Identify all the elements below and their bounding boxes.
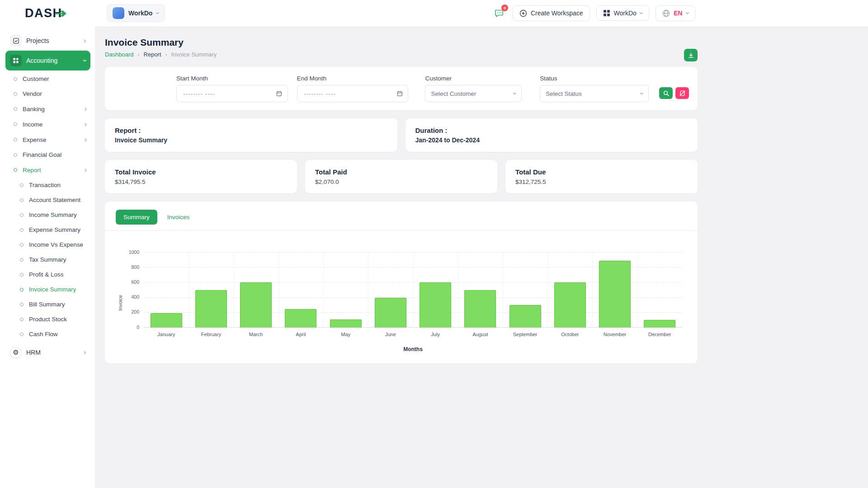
sidebar-item-expense-summary[interactable]: Expense Summary bbox=[16, 222, 90, 237]
chevron-right-icon: › bbox=[85, 105, 87, 113]
sidebar-item-label: Invoice Summary bbox=[29, 286, 87, 293]
end-month-input[interactable] bbox=[297, 85, 409, 102]
bullet-icon bbox=[20, 303, 24, 306]
page-title: Invoice Summary bbox=[105, 37, 698, 48]
sidebar-item-customer[interactable]: Customer bbox=[10, 71, 90, 86]
sidebar-item-expense[interactable]: Expense › bbox=[10, 132, 90, 147]
chevron-right-icon: › bbox=[85, 136, 87, 143]
breadcrumb-report[interactable]: Report bbox=[144, 51, 161, 58]
messages-button[interactable]: 0 bbox=[492, 6, 506, 20]
sidebar-item-income-vs-expense[interactable]: Income Vs Expense bbox=[16, 237, 90, 252]
start-month-text[interactable] bbox=[182, 90, 273, 98]
apply-filter-button[interactable] bbox=[659, 87, 673, 99]
globe-icon bbox=[662, 9, 670, 17]
workspace-selector[interactable]: WorkDo › bbox=[107, 4, 165, 22]
chevron-right-icon: › bbox=[84, 37, 86, 44]
sidebar-item-label: Customer bbox=[23, 75, 87, 82]
duration-card: Duration : Jan-2024 to Dec-2024 bbox=[406, 118, 698, 152]
vertical-gridline bbox=[547, 253, 548, 328]
x-tick-label: October bbox=[561, 332, 579, 337]
sidebar-item-income[interactable]: Income › bbox=[10, 117, 90, 132]
bullet-icon bbox=[20, 228, 24, 232]
sidebar-item-vendor[interactable]: Vendor bbox=[10, 86, 90, 101]
bar-june bbox=[375, 298, 406, 328]
bullet-icon bbox=[20, 273, 24, 277]
bar-november bbox=[599, 261, 631, 328]
status-select-value: Select Status bbox=[546, 90, 582, 97]
status-select[interactable]: Select Status › bbox=[540, 85, 649, 102]
sidebar-item-transaction[interactable]: Transaction bbox=[16, 178, 90, 192]
plus-circle-icon bbox=[519, 9, 527, 17]
sidebar-item-cash-flow[interactable]: Cash Flow bbox=[16, 327, 90, 342]
report-info-row: Report : Invoice Summary Duration : Jan-… bbox=[105, 118, 698, 152]
sidebar-item-projects[interactable]: Projects › bbox=[5, 31, 90, 51]
bar-february bbox=[195, 290, 227, 328]
x-tick-label: May bbox=[341, 332, 350, 337]
vertical-gridline bbox=[458, 253, 458, 328]
sidebar-item-tax-summary[interactable]: Tax Summary bbox=[16, 252, 90, 267]
grid-icon bbox=[603, 9, 610, 17]
sidebar-item-bill-summary[interactable]: Bill Summary bbox=[16, 297, 90, 312]
sidebar-item-banking[interactable]: Banking › bbox=[10, 101, 90, 117]
vertical-gridline bbox=[637, 253, 638, 328]
bar-august bbox=[464, 290, 496, 328]
sidebar-item-hrm[interactable]: ⚙ HRM › bbox=[5, 343, 90, 362]
bullet-icon bbox=[20, 183, 24, 187]
x-tick-label: December bbox=[648, 332, 671, 337]
sidebar-item-report[interactable]: Report › bbox=[10, 162, 90, 178]
bullet-icon bbox=[20, 258, 24, 262]
filter-actions bbox=[659, 87, 689, 99]
sidebar-item-label: Financial Goal bbox=[23, 151, 87, 158]
messages-badge: 0 bbox=[501, 5, 508, 11]
bar-january bbox=[151, 313, 182, 328]
end-month-text[interactable] bbox=[303, 90, 393, 98]
bar-april bbox=[285, 309, 316, 328]
language-selector[interactable]: EN › bbox=[656, 5, 695, 21]
start-month-input[interactable] bbox=[176, 85, 288, 102]
sidebar-item-label: Income bbox=[23, 121, 79, 128]
total-due-value: $312,725.5 bbox=[515, 178, 688, 185]
chevron-down-icon: › bbox=[154, 12, 161, 14]
bullet-icon bbox=[14, 92, 17, 96]
customer-select[interactable]: Select Customer › bbox=[425, 85, 522, 102]
end-month-field: End Month bbox=[297, 75, 409, 102]
sidebar-item-product-stock[interactable]: Product Stock bbox=[16, 312, 90, 327]
sidebar-item-profit-loss[interactable]: Profit & Loss bbox=[16, 267, 90, 282]
gear-icon[interactable]: ⚙ bbox=[10, 347, 22, 358]
sidebar-item-financial-goal[interactable]: Financial Goal bbox=[10, 147, 90, 162]
workdo-menu-button[interactable]: WorkDo › bbox=[596, 5, 650, 21]
reset-filter-button[interactable] bbox=[675, 87, 689, 99]
vertical-gridline bbox=[368, 253, 368, 328]
sidebar-item-label: Product Stock bbox=[29, 316, 87, 323]
sidebar-item-label: Account Statement bbox=[29, 197, 87, 203]
x-tick-label: September bbox=[513, 332, 538, 337]
chevron-right-icon: › bbox=[84, 349, 86, 356]
invoice-bar-chart: Invoice 02004006008001000 JanuaryFebruar… bbox=[144, 253, 682, 352]
vertical-gridline bbox=[234, 253, 234, 328]
download-icon bbox=[688, 52, 694, 59]
breadcrumb-separator: › bbox=[138, 52, 140, 58]
start-month-label: Start Month bbox=[176, 75, 288, 82]
create-workspace-button[interactable]: Create Workspace bbox=[513, 5, 590, 21]
tab-invoices[interactable]: Invoices bbox=[161, 210, 196, 225]
report-submenu: Transaction Account Statement Income Sum… bbox=[16, 178, 90, 342]
sidebar-item-income-summary[interactable]: Income Summary bbox=[16, 207, 90, 222]
breadcrumb-dashboard[interactable]: Dashboard bbox=[105, 51, 134, 58]
app-logo[interactable]: DASH bbox=[25, 6, 68, 20]
customer-label: Customer bbox=[425, 75, 522, 82]
bar-march bbox=[240, 282, 272, 328]
sidebar-item-accounting[interactable]: Accounting › bbox=[5, 51, 90, 70]
y-tick-label: 1000 bbox=[129, 250, 139, 255]
customer-field: Customer Select Customer › bbox=[425, 75, 522, 102]
download-button[interactable] bbox=[684, 49, 698, 61]
sidebar-item-invoice-summary[interactable]: Invoice Summary bbox=[16, 282, 90, 297]
x-tick-label: March bbox=[249, 332, 263, 337]
tab-summary[interactable]: Summary bbox=[116, 210, 157, 225]
x-tick-label: April bbox=[296, 332, 306, 337]
bullet-icon bbox=[20, 318, 24, 321]
sidebar-item-account-statement[interactable]: Account Statement bbox=[16, 192, 90, 207]
x-tick-label: August bbox=[472, 332, 488, 337]
breadcrumb-current: Invoice Summary bbox=[171, 51, 217, 58]
reset-filter-icon bbox=[679, 90, 685, 96]
total-paid-value: $2,070.0 bbox=[315, 178, 487, 185]
